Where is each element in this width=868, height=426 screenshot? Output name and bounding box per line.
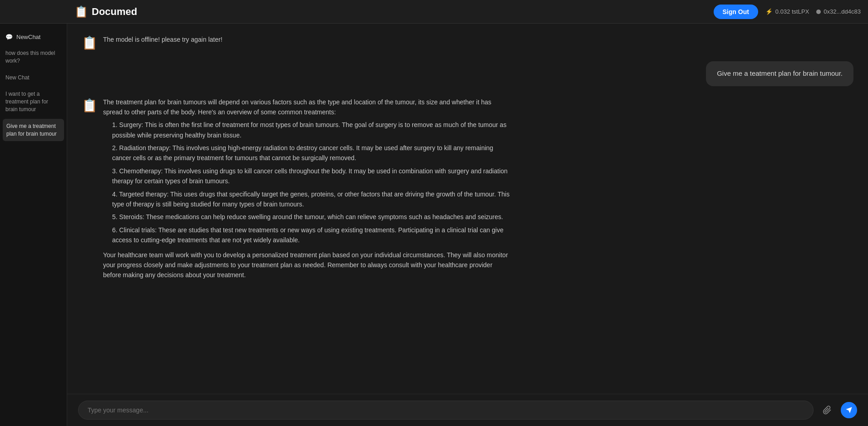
list-item: 1. Surgery: This is often the first line… bbox=[112, 120, 512, 140]
treatment-closing: Your healthcare team will work with you … bbox=[103, 250, 512, 280]
chat-icon: 💬 bbox=[5, 34, 13, 40]
chat-messages: 📋 The model is offline! please try again… bbox=[67, 24, 868, 394]
new-chat-label: NewChat bbox=[16, 34, 40, 40]
input-area bbox=[67, 394, 868, 426]
header-right: Sign Out ⚡ 0.032 tstLPX 0x32...dd4c83 bbox=[714, 5, 861, 19]
treatment-intro: The treatment plan for brain tumours wil… bbox=[103, 97, 512, 118]
sidebar-new-chat[interactable]: 💬 NewChat bbox=[0, 29, 67, 45]
main-layout: 💬 NewChat how does this model work? New … bbox=[0, 24, 868, 426]
header: 📋 Documed Sign Out ⚡ 0.032 tstLPX 0x32..… bbox=[0, 0, 868, 24]
message-row-2: Give me a teatment plan for brain tumour… bbox=[82, 61, 853, 86]
logo-text: Documed bbox=[92, 6, 137, 18]
sidebar-item-new-chat[interactable]: New Chat bbox=[0, 69, 67, 86]
sign-out-button[interactable]: Sign Out bbox=[714, 5, 758, 19]
list-item: 2. Radiation therapy: This involves usin… bbox=[112, 143, 512, 163]
user-bubble-1: Give me a teatment plan for brain tumour… bbox=[706, 61, 853, 86]
list-item: 4. Targeted therapy: This uses drugs tha… bbox=[112, 189, 512, 210]
bot-message-2: The treatment plan for brain tumours wil… bbox=[103, 97, 512, 280]
logo-icon: 📋 bbox=[74, 5, 88, 18]
sidebar-item-how-model[interactable]: how does this model work? bbox=[0, 45, 67, 69]
message-row-3: 📋 The treatment plan for brain tumours w… bbox=[82, 97, 853, 280]
treatment-list: 1. Surgery: This is often the first line… bbox=[103, 120, 512, 245]
bot-message-1: The model is offline! please try again l… bbox=[103, 34, 222, 44]
attach-button[interactable] bbox=[819, 402, 835, 418]
sidebar-item-treatment-1[interactable]: I want to get a treatment plan for brain… bbox=[0, 86, 67, 118]
send-button[interactable] bbox=[841, 402, 857, 418]
wallet-dot-icon bbox=[816, 10, 821, 14]
network-badge: ⚡ 0.032 tstLPX bbox=[765, 8, 809, 15]
wallet-badge: 0x32...dd4c83 bbox=[816, 8, 861, 15]
list-item: 6. Clinical trials: These are studies th… bbox=[112, 225, 512, 245]
wallet-address: 0x32...dd4c83 bbox=[824, 8, 861, 15]
message-row-1: 📋 The model is offline! please try again… bbox=[82, 34, 853, 50]
network-label: 0.032 tstLPX bbox=[775, 8, 809, 15]
sidebar-item-treatment-2[interactable]: Give me a treatment plan for brain tumou… bbox=[3, 119, 64, 142]
chat-input[interactable] bbox=[78, 401, 814, 420]
sidebar: 💬 NewChat how does this model work? New … bbox=[0, 24, 67, 426]
list-item: 5. Steroids: These medications can help … bbox=[112, 212, 512, 222]
bot-icon-1: 📋 bbox=[82, 35, 98, 50]
bot-icon-2: 📋 bbox=[82, 98, 98, 113]
chat-area: 📋 The model is offline! please try again… bbox=[67, 24, 868, 426]
logo: 📋 Documed bbox=[74, 5, 714, 18]
network-icon: ⚡ bbox=[765, 8, 773, 15]
list-item: 3. Chemotherapy: This involves using dru… bbox=[112, 166, 512, 186]
